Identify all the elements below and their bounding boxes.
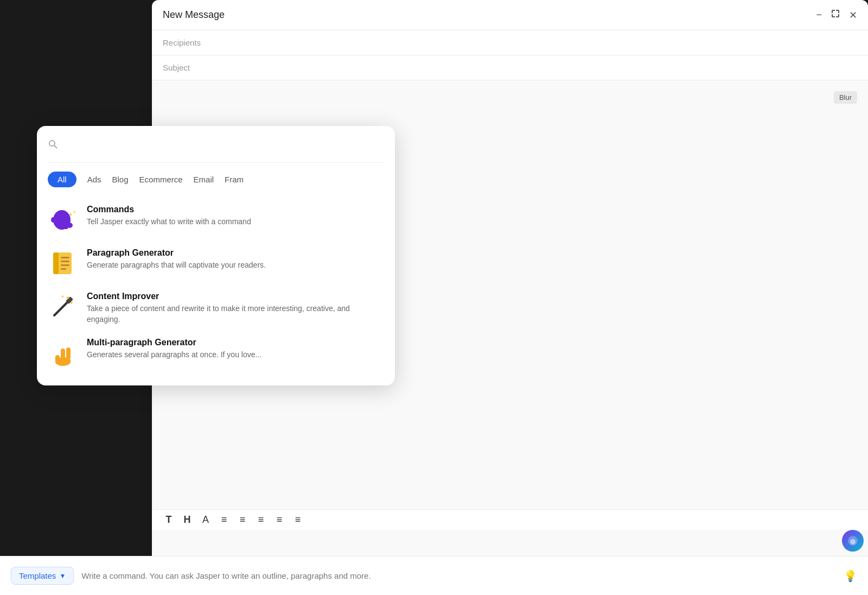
tab-ecommerce[interactable]: Ecommerce [139,175,183,184]
toolbar-heading-icon[interactable]: H [179,514,195,526]
commands-desc: Tell Jasper exactly what to write with a… [87,217,384,227]
content-improver-icon: ✦ ✦ ✦ [48,292,78,322]
compose-header: New Message − ✕ [152,0,868,30]
tab-email[interactable]: Email [194,175,214,184]
tab-blog[interactable]: Blog [112,175,129,184]
svg-rect-13 [61,261,69,262]
search-icon [48,139,58,151]
popup-divider [48,162,384,163]
command-input[interactable] [81,571,836,580]
svg-rect-25 [61,358,71,364]
format-toolbar: T H A ≡ ≡ ≡ ≡ ≡ [152,509,868,530]
template-item-multiparagraph[interactable]: Multi-paragraph Generator Generates seve… [48,331,384,375]
svg-rect-14 [61,264,69,266]
toolbar-align-center-icon[interactable]: ≡ [234,514,251,526]
commands-info: Commands Tell Jasper exactly what to wri… [87,205,384,227]
commands-icon: ✦ ✦ [48,205,78,235]
compose-title: New Message [163,9,225,21]
svg-line-3 [54,145,57,148]
recipients-field[interactable]: Recipients [152,30,868,55]
minimize-icon[interactable]: − [816,9,822,21]
expand-icon[interactable] [831,9,840,21]
multiparagraph-name: Multi-paragraph Generator [87,338,384,347]
paragraph-desc: Generate paragraphs that will captivate … [87,260,384,271]
svg-rect-23 [61,349,65,359]
template-search-input[interactable] [63,141,384,150]
templates-button[interactable]: Templates ▼ [11,567,74,585]
lightbulb-icon: 💡 [844,569,857,583]
paragraph-name: Paragraph Generator [87,248,384,258]
template-item-content-improver[interactable]: ✦ ✦ ✦ Content Improver Take a piece of c… [48,285,384,331]
paragraph-icon [48,248,78,278]
chevron-down-icon: ▼ [59,572,66,580]
svg-rect-24 [66,347,71,359]
multiparagraph-desc: Generates several paragraphs at once. If… [87,350,384,360]
svg-point-1 [850,539,856,545]
paragraph-info: Paragraph Generator Generate paragraphs … [87,248,384,271]
template-item-paragraph[interactable]: Paragraph Generator Generate paragraphs … [48,242,384,285]
blur-badge: Blur [834,91,857,104]
svg-text:✦: ✦ [68,212,73,218]
toolbar-font-icon[interactable]: A [197,514,214,526]
bottom-input-bar: Templates ▼ 💡 [0,556,868,595]
content-improver-info: Content Improver Take a piece of content… [87,292,384,325]
close-icon[interactable]: ✕ [849,9,857,21]
template-item-commands[interactable]: ✦ ✦ Commands Tell Jasper exactly what to… [48,198,384,242]
svg-rect-15 [61,268,66,270]
toolbar-align-left-icon[interactable]: ≡ [216,514,232,526]
toolbar-align-right-icon[interactable]: ≡ [253,514,269,526]
content-improver-desc: Take a piece of content and rewrite it t… [87,303,384,325]
toolbar-list-icon[interactable]: ≡ [271,514,288,526]
compose-header-actions: − ✕ [816,9,857,21]
commands-name: Commands [87,205,384,214]
svg-rect-11 [53,252,59,274]
svg-rect-6 [65,226,68,229]
svg-rect-12 [61,257,69,258]
svg-rect-22 [55,355,60,364]
tab-all[interactable]: All [48,172,76,187]
multiparagraph-info: Multi-paragraph Generator Generates seve… [87,338,384,360]
tab-ads[interactable]: Ads [87,175,101,184]
toolbar-text-icon[interactable]: T [161,514,177,526]
popup-search [48,137,384,154]
multiparagraph-icon [48,338,78,368]
svg-text:✦: ✦ [61,294,65,299]
svg-line-16 [54,301,68,315]
toolbar-indent-icon[interactable]: ≡ [290,514,306,526]
jasper-icon[interactable] [842,530,864,552]
svg-text:✦: ✦ [73,210,76,214]
svg-point-7 [51,217,55,223]
content-improver-name: Content Improver [87,292,384,301]
templates-popup: All Ads Blog Ecommerce Email Fram ✦ ✦ Co… [37,126,395,385]
templates-button-label: Templates [19,571,56,580]
tab-fram[interactable]: Fram [225,175,244,184]
subject-field[interactable]: Subject [152,55,868,80]
category-tabs: All Ads Blog Ecommerce Email Fram [48,172,384,187]
svg-text:✦: ✦ [69,300,74,306]
svg-point-2 [49,141,55,146]
